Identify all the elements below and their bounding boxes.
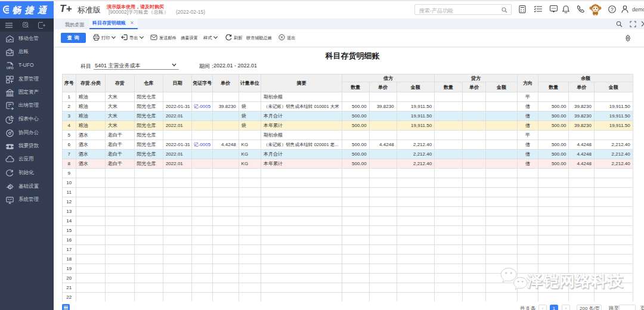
svg-text:UFO: UFO bbox=[7, 66, 14, 70]
svg-text:?: ? bbox=[611, 7, 614, 13]
